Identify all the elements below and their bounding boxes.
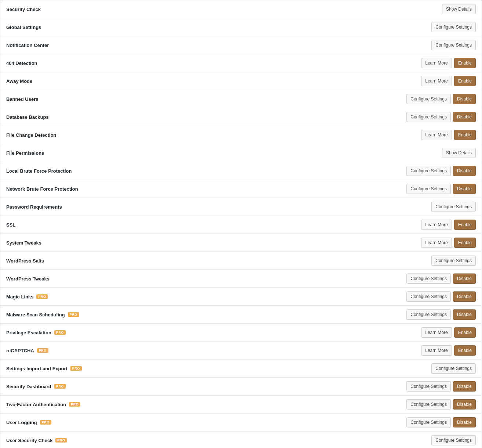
row-label-two-factor-auth: Two-Factor Authentication	[6, 402, 66, 407]
disable-local-brute[interactable]: Disable	[453, 166, 476, 176]
row-label-file-change-detection: File Change Detection	[6, 132, 56, 138]
row-actions-global-settings: Configure Settings	[431, 22, 476, 32]
row-actions-magic-links: Configure SettingsDisable	[406, 291, 476, 302]
enable-system-tweaks[interactable]: Enable	[454, 238, 476, 248]
row-label-recaptcha: reCAPTCHA	[6, 348, 34, 353]
configure-settings-notification[interactable]: Configure Settings	[431, 40, 476, 50]
pro-badge-privilege-escalation: PRO	[54, 330, 66, 335]
learn-more-system-tweaks[interactable]: Learn More	[421, 238, 452, 248]
enable-file-change[interactable]: Enable	[454, 130, 476, 140]
row-actions-two-factor-auth: Configure SettingsDisable	[406, 399, 476, 410]
row-notification-center: Notification CenterConfigure Settings	[0, 36, 482, 54]
row-actions-settings-import-export: Configure Settings	[431, 363, 476, 374]
configure-settings-magic-links[interactable]: Configure Settings	[406, 291, 451, 302]
row-label-database-backups: Database Backups	[6, 114, 49, 120]
row-label-wordpress-salts: WordPress Salts	[6, 258, 44, 264]
configure-settings-user-logging[interactable]: Configure Settings	[406, 417, 451, 427]
configure-settings-import-export[interactable]: Configure Settings	[431, 363, 476, 374]
disable-network-brute[interactable]: Disable	[453, 184, 476, 194]
row-actions-system-tweaks: Learn MoreEnable	[421, 238, 476, 248]
row-database-backups: Database BackupsConfigure SettingsDisabl…	[0, 108, 482, 126]
learn-more-file-change[interactable]: Learn More	[421, 130, 452, 140]
disable-2fa[interactable]: Disable	[453, 399, 476, 410]
learn-more-away-mode[interactable]: Learn More	[421, 76, 452, 86]
row-left-security-dashboard: Security DashboardPRO	[6, 384, 66, 389]
row-banned-users: Banned UsersConfigure SettingsDisable	[0, 90, 482, 108]
row-label-user-logging: User Logging	[6, 420, 37, 425]
row-recaptcha: reCAPTCHAPROLearn MoreEnable	[0, 342, 482, 360]
learn-more-ssl[interactable]: Learn More	[421, 220, 452, 230]
configure-settings-password[interactable]: Configure Settings	[431, 202, 476, 212]
enable-404[interactable]: Enable	[454, 58, 476, 68]
row-label-password-requirements: Password Requirements	[6, 204, 62, 210]
pro-badge-user-security-check: PRO	[55, 438, 67, 443]
enable-recaptcha[interactable]: Enable	[454, 345, 476, 356]
row-actions-password-requirements: Configure Settings	[431, 202, 476, 212]
learn-more-recaptcha[interactable]: Learn More	[421, 345, 452, 356]
row-wordpress-salts: WordPress SaltsConfigure Settings	[0, 252, 482, 270]
row-user-logging: User LoggingPROConfigure SettingsDisable	[0, 414, 482, 432]
show-details-file-permissions[interactable]: Show Details	[442, 148, 476, 158]
disable-user-logging[interactable]: Disable	[453, 417, 476, 427]
configure-settings-db[interactable]: Configure Settings	[406, 112, 451, 122]
row-magic-links: Magic LinksPROConfigure SettingsDisable	[0, 288, 482, 306]
row-left-recaptcha: reCAPTCHAPRO	[6, 348, 48, 353]
configure-settings-dashboard[interactable]: Configure Settings	[406, 381, 451, 392]
row-404-detection: 404 DetectionLearn MoreEnable	[0, 54, 482, 72]
row-label-local-brute-force: Local Brute Force Protection	[6, 168, 72, 174]
row-actions-security-check: Show Details	[442, 4, 476, 14]
configure-settings-malware[interactable]: Configure Settings	[406, 309, 451, 320]
configure-settings-2fa[interactable]: Configure Settings	[406, 399, 451, 410]
row-left-user-logging: User LoggingPRO	[6, 420, 51, 425]
row-left-notification-center: Notification Center	[6, 43, 49, 48]
row-file-change-detection: File Change DetectionLearn MoreEnable	[0, 126, 482, 144]
row-label-settings-import-export: Settings Import and Export	[6, 366, 67, 371]
enable-privilege[interactable]: Enable	[454, 327, 476, 338]
row-left-two-factor-auth: Two-Factor AuthenticationPRO	[6, 402, 80, 407]
row-actions-away-mode: Learn MoreEnable	[421, 76, 476, 86]
row-label-network-brute-force: Network Brute Force Protection	[6, 186, 78, 192]
configure-settings-network-brute[interactable]: Configure Settings	[406, 184, 451, 194]
row-actions-user-logging: Configure SettingsDisable	[406, 417, 476, 427]
disable-magic-links[interactable]: Disable	[453, 291, 476, 302]
show-details-security-check[interactable]: Show Details	[442, 4, 476, 14]
enable-away-mode[interactable]: Enable	[454, 76, 476, 86]
row-actions-banned-users: Configure SettingsDisable	[406, 94, 476, 104]
row-actions-404-detection: Learn MoreEnable	[421, 58, 476, 68]
pro-badge-recaptcha: PRO	[37, 348, 48, 353]
configure-settings-banned[interactable]: Configure Settings	[406, 94, 451, 104]
row-left-file-permissions: File Permissions	[6, 150, 44, 156]
pro-badge-two-factor-auth: PRO	[69, 402, 80, 407]
row-actions-security-dashboard: Configure SettingsDisable	[406, 381, 476, 392]
disable-db[interactable]: Disable	[453, 112, 476, 122]
row-local-brute-force: Local Brute Force ProtectionConfigure Se…	[0, 162, 482, 180]
disable-dashboard[interactable]: Disable	[453, 381, 476, 392]
row-actions-notification-center: Configure Settings	[431, 40, 476, 50]
pro-badge-malware-scan: PRO	[68, 312, 79, 317]
pro-badge-settings-import-export: PRO	[70, 366, 82, 371]
row-security-dashboard: Security DashboardPROConfigure SettingsD…	[0, 378, 482, 396]
row-actions-ssl: Learn MoreEnable	[421, 220, 476, 230]
disable-wp-tweaks[interactable]: Disable	[453, 273, 476, 284]
row-wordpress-tweaks: WordPress TweaksConfigure SettingsDisabl…	[0, 270, 482, 288]
row-actions-recaptcha: Learn MoreEnable	[421, 345, 476, 356]
row-left-404-detection: 404 Detection	[6, 60, 37, 66]
configure-settings-local-brute[interactable]: Configure Settings	[406, 166, 451, 176]
enable-ssl[interactable]: Enable	[454, 220, 476, 230]
row-actions-wordpress-salts: Configure Settings	[431, 256, 476, 266]
configure-settings-salts[interactable]: Configure Settings	[431, 256, 476, 266]
row-left-user-security-check: User Security CheckPRO	[6, 438, 67, 443]
row-actions-network-brute-force: Configure SettingsDisable	[406, 184, 476, 194]
row-left-magic-links: Magic LinksPRO	[6, 294, 48, 300]
disable-malware[interactable]: Disable	[453, 309, 476, 320]
learn-more-privilege[interactable]: Learn More	[421, 327, 452, 338]
row-actions-user-security-check: Configure Settings	[431, 435, 476, 445]
learn-more-404[interactable]: Learn More	[421, 58, 452, 68]
configure-settings-global[interactable]: Configure Settings	[431, 22, 476, 32]
row-left-file-change-detection: File Change Detection	[6, 132, 56, 138]
disable-banned[interactable]: Disable	[453, 94, 476, 104]
configure-settings-user-security[interactable]: Configure Settings	[431, 435, 476, 445]
row-label-magic-links: Magic Links	[6, 294, 33, 300]
row-system-tweaks: System TweaksLearn MoreEnable	[0, 234, 482, 252]
configure-settings-wp-tweaks[interactable]: Configure Settings	[406, 273, 451, 284]
